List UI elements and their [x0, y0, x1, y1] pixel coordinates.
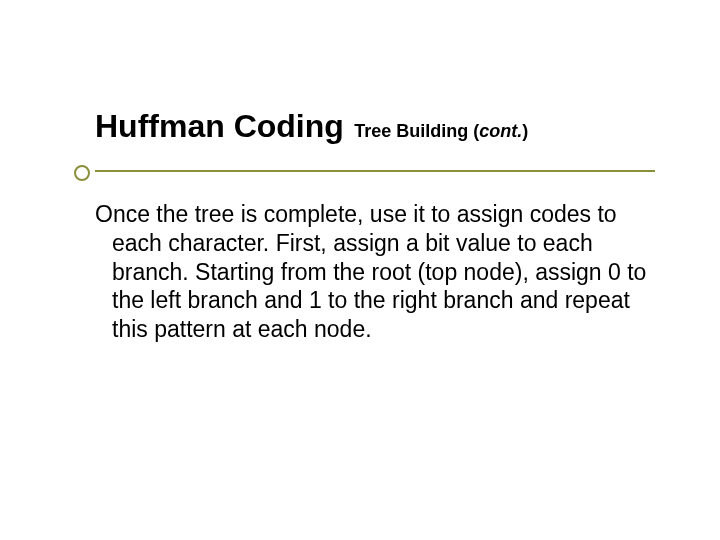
body-paragraph: Once the tree is complete, use it to ass…	[95, 200, 662, 344]
title-subtitle: Tree Building (	[354, 121, 479, 141]
slide-title: Huffman Coding Tree Building (cont.)	[95, 108, 655, 145]
slide: Huffman Coding Tree Building (cont.) Onc…	[0, 0, 720, 540]
title-cont: cont.	[479, 121, 522, 141]
bullet-icon	[74, 165, 90, 181]
title-main: Huffman Coding	[95, 108, 344, 144]
title-underline	[95, 170, 655, 172]
title-close-paren: )	[522, 121, 528, 141]
